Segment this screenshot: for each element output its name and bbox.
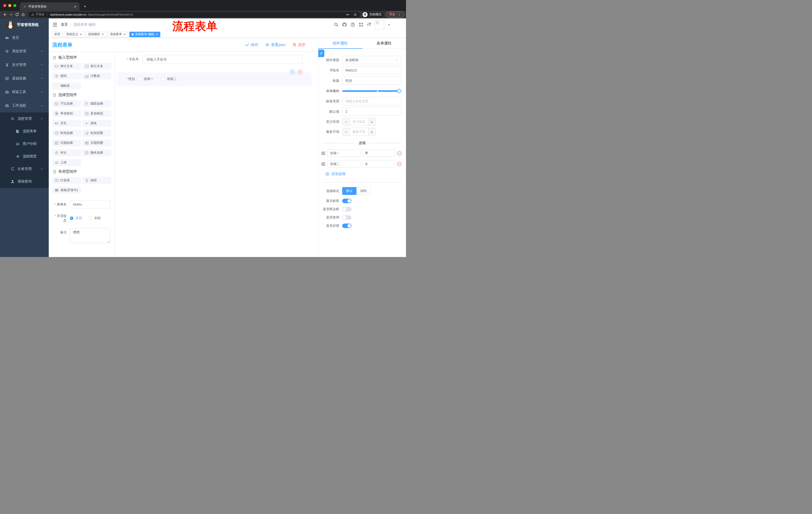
palette-item-表格[开发中][interactable]: 表格[开发中]: [52, 187, 81, 194]
toggle-with-border[interactable]: [342, 207, 351, 212]
form-name-input[interactable]: [70, 200, 110, 209]
status-on-radio[interactable]: 开启: [70, 216, 82, 220]
label-width-input[interactable]: [342, 97, 401, 105]
palette-item-多选框组[interactable]: 多选框组: [82, 110, 111, 117]
tag-流程表单-编辑[interactable]: 流程表单-编辑 ✕: [129, 32, 160, 37]
toggle-required[interactable]: [342, 223, 351, 228]
palette-item-单行文本[interactable]: 单行文本: [52, 63, 81, 70]
plus-button[interactable]: +: [368, 128, 375, 136]
add-option-button[interactable]: 添加选项: [325, 172, 406, 176]
new-tab-button[interactable]: +: [82, 3, 88, 10]
title-input[interactable]: [342, 77, 401, 85]
component-type-select[interactable]: 多选框组: [342, 56, 401, 64]
palette-item-时间选择[interactable]: 时间选择: [52, 130, 81, 137]
home-icon[interactable]: [20, 11, 26, 18]
github-icon[interactable]: [342, 22, 347, 27]
tag-close-icon[interactable]: ✕: [155, 33, 158, 36]
palette-item-日期选择[interactable]: 日期选择: [52, 140, 81, 146]
tag-close-icon[interactable]: ✕: [80, 33, 82, 36]
option-value-input[interactable]: [362, 150, 396, 157]
phone-field-input[interactable]: [143, 55, 302, 64]
sidebar-item-infra[interactable]: 基础设施: [0, 72, 49, 85]
close-window-button[interactable]: [3, 4, 6, 7]
sidebar-item-process-form[interactable]: 流程表单: [0, 125, 49, 138]
sidebar-item-process-model[interactable]: 流程模型: [0, 150, 49, 163]
selected-component-panel[interactable]: 性别 选项一 选项二: [117, 73, 312, 86]
toggle-disabled[interactable]: [342, 215, 351, 220]
sidebar-item-payment[interactable]: 支付管理: [0, 58, 49, 72]
palette-item-计数器[interactable]: 123 计数器: [82, 73, 111, 79]
form-grid-slider[interactable]: [342, 90, 399, 92]
palette-item-行容器[interactable]: 行容器: [52, 177, 81, 184]
key-icon[interactable]: [346, 13, 349, 16]
avatar[interactable]: [375, 20, 384, 29]
slider-handle[interactable]: [397, 89, 401, 93]
style-button-button[interactable]: 按钮: [356, 187, 371, 195]
sidebar-item-user-group[interactable]: 用户分组: [0, 138, 49, 150]
bookmark-star-icon[interactable]: [353, 13, 357, 16]
drag-handle-icon[interactable]: [321, 151, 326, 156]
remove-option-icon[interactable]: [397, 151, 402, 156]
plus-button[interactable]: +: [368, 118, 375, 126]
font-size-icon[interactable]: TT: [367, 23, 371, 27]
palette-item-开关[interactable]: 开关: [52, 120, 81, 127]
palette-item-多行文本[interactable]: 多行文本: [82, 63, 111, 70]
remove-option-icon[interactable]: [397, 162, 402, 166]
sidebar-item-task-mgmt[interactable]: 任务管理: [0, 163, 49, 175]
browser-update-button[interactable]: 更新 ⋮: [386, 11, 404, 18]
sidebar-item-process-mgmt[interactable]: 流程管理: [0, 112, 49, 125]
save-button[interactable]: 保存: [245, 43, 258, 47]
collapse-sidebar-icon[interactable]: [53, 22, 58, 27]
option-label-input[interactable]: [327, 150, 360, 157]
sidebar-item-devtools[interactable]: 研发工具: [0, 85, 49, 99]
sidebar-item-workflow[interactable]: 工作流程: [0, 99, 49, 112]
tag-流程表单[interactable]: 流程表单 ✕: [108, 32, 128, 37]
minus-button[interactable]: −: [343, 118, 350, 126]
sidebar-item-leave-query[interactable]: 请假查询: [0, 175, 49, 188]
drag-handle-icon[interactable]: [321, 162, 326, 166]
default-value-input[interactable]: [342, 107, 401, 116]
palette-item-密码[interactable]: 密码: [52, 73, 81, 79]
help-icon[interactable]: [350, 22, 355, 27]
field-name-input[interactable]: [342, 66, 401, 75]
option-label-input[interactable]: [327, 160, 360, 168]
tag-close-icon[interactable]: ✕: [102, 33, 104, 36]
delete-component-button[interactable]: [297, 70, 302, 75]
tag-流程模型[interactable]: 流程模型 ✕: [86, 32, 106, 37]
palette-item-编辑器[interactable]: 编辑器: [52, 82, 81, 89]
fullscreen-icon[interactable]: [359, 22, 363, 27]
palette-item-日期范围[interactable]: 日期范围: [82, 140, 111, 146]
style-default-button[interactable]: 默认: [342, 187, 356, 195]
tag-流程定义[interactable]: 流程定义 ✕: [64, 32, 84, 37]
link-tag-button[interactable]: [318, 50, 324, 57]
palette-item-按钮[interactable]: 按钮: [82, 177, 111, 184]
palette-item-评分[interactable]: 评分: [52, 150, 81, 156]
palette-item-上传[interactable]: 上传: [52, 159, 81, 166]
minus-button[interactable]: −: [343, 128, 350, 136]
copy-component-button[interactable]: [290, 70, 295, 75]
browser-menu-icon[interactable]: ⋮: [398, 13, 401, 16]
palette-item-下拉选择[interactable]: 下拉选择: [52, 100, 81, 107]
view-json-button[interactable]: 查看json: [265, 43, 285, 47]
palette-item-滑块[interactable]: 滑块: [82, 120, 111, 127]
tag-close-icon[interactable]: ✕: [123, 33, 126, 36]
phone-field-row[interactable]: 手机号: [115, 55, 318, 64]
palette-item-颜色选择[interactable]: 颜色选择: [82, 150, 111, 156]
status-off-radio[interactable]: 关闭: [88, 216, 100, 220]
avatar-caret-down-icon[interactable]: [388, 24, 390, 26]
minimize-window-button[interactable]: [8, 4, 11, 7]
breadcrumb-home[interactable]: 首页: [61, 22, 68, 27]
option-value-input[interactable]: [362, 160, 396, 168]
palette-item-单选框组[interactable]: 单选框组: [52, 110, 81, 117]
sidebar-logo[interactable]: 芋道管理系统: [0, 18, 49, 31]
toggle-show-label[interactable]: [342, 199, 351, 203]
sidebar-item-system[interactable]: 系统管理: [0, 45, 49, 58]
reload-icon[interactable]: [14, 11, 20, 18]
gender-option1-checkbox[interactable]: 选项一: [138, 77, 153, 81]
gender-option2-checkbox[interactable]: 选项二: [161, 77, 177, 81]
tab-close-icon[interactable]: ✕: [73, 4, 77, 8]
tab-component-props[interactable]: 组件属性: [318, 38, 362, 49]
tab-form-props[interactable]: 表单属性: [362, 38, 406, 49]
clear-button[interactable]: 清空: [292, 43, 306, 47]
browser-tab[interactable]: 芋道管理系统 ✕: [20, 2, 80, 11]
